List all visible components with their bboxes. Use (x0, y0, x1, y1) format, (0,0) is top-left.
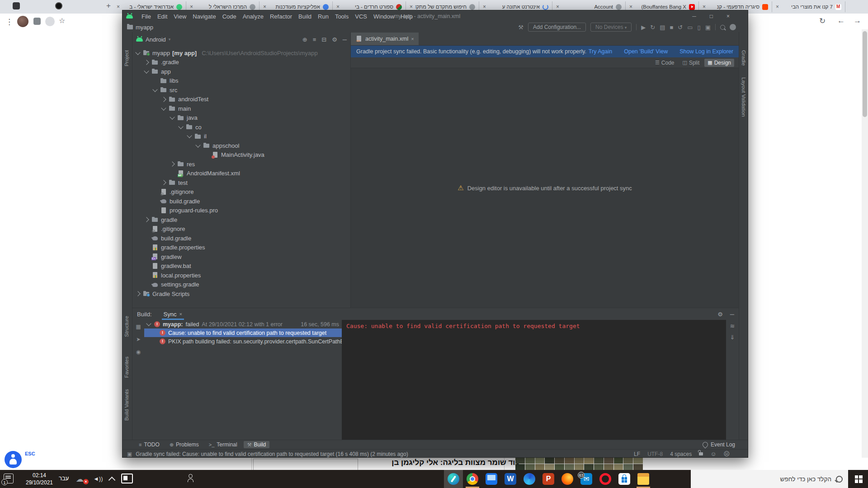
notification-center-icon[interactable]: 1 (4, 474, 14, 483)
line-ending[interactable]: LF (634, 451, 640, 457)
profiler-icon[interactable]: ▤ (660, 24, 665, 31)
taskbar-app-explorer[interactable] (634, 470, 653, 488)
mode-code[interactable]: ☰Code (652, 59, 678, 67)
menu-navigate[interactable]: Navigate (189, 13, 219, 20)
pinned-app-icon[interactable] (13, 2, 20, 9)
browser-profile-avatar[interactable] (17, 16, 28, 27)
tree-row[interactable]: .gitignore (132, 225, 350, 234)
people-icon[interactable] (188, 474, 198, 484)
tree-row[interactable]: gradle (132, 215, 350, 225)
language-indicator[interactable]: עבר (59, 475, 69, 482)
close-tab-icon[interactable]: × (190, 4, 193, 10)
tool-window-build-variants[interactable]: Build Variants (124, 389, 129, 421)
filter-icon[interactable]: ▦ (136, 324, 141, 330)
tree-row[interactable]: main (132, 104, 350, 113)
tree-row[interactable]: src (132, 85, 350, 95)
stop-icon[interactable]: ■ (670, 24, 673, 31)
chevron-down-icon[interactable] (187, 133, 192, 138)
close-tab-icon[interactable]: × (629, 4, 632, 10)
chevron-down-icon[interactable] (178, 124, 183, 129)
device-manager-icon[interactable]: ▭ (687, 24, 693, 31)
mode-split[interactable]: ◫Split (679, 59, 703, 67)
build-error-row[interactable]: !Cause: unable to find valid certificati… (144, 328, 342, 337)
taskbar-app-firefox[interactable] (558, 470, 577, 488)
editor-tab[interactable]: <> activity_main.xml × (351, 33, 419, 45)
window-layout-icon[interactable]: ▣ (127, 451, 132, 457)
build-summary-row[interactable]: !myapp:failedAt 29/10/2021 02:12 with 1 … (144, 320, 342, 328)
chevron-down-icon[interactable] (161, 105, 166, 110)
chevron-down-icon[interactable] (170, 115, 175, 120)
soft-wrap-icon[interactable]: ≋ (730, 323, 735, 329)
breadcrumb[interactable]: myapp (136, 24, 153, 31)
taskbar-search[interactable]: הקלד כאן כדי לחפש (691, 470, 848, 488)
tool-window-favorites[interactable]: Favorites (124, 357, 129, 378)
chevron-right-icon[interactable] (144, 217, 149, 222)
taskbar-app-opera[interactable] (596, 470, 615, 488)
tree-row[interactable]: build.gradle (132, 234, 350, 243)
tree-row[interactable]: MainActivity.java (132, 150, 350, 160)
tree-row[interactable]: .gitignore (132, 188, 350, 197)
chevron-down-icon[interactable] (152, 87, 157, 92)
accessibility-widget[interactable] (5, 451, 22, 468)
hide-icon[interactable]: ─ (343, 36, 347, 43)
tree-row[interactable]: .gradle (132, 58, 350, 67)
tree-row[interactable]: MFAndroidManifest.xml (132, 169, 350, 178)
indentation[interactable]: 4 spaces (670, 451, 692, 457)
chevron-right-icon[interactable] (135, 291, 140, 296)
tool-window-layout-validation[interactable]: Layout Validation (741, 77, 746, 117)
back-icon[interactable]: ← (837, 16, 845, 25)
browser-menu-icon[interactable]: ⋮ (5, 17, 13, 27)
toolbar-build[interactable]: ⚒Build (244, 441, 270, 448)
close-tab-icon[interactable]: × (703, 4, 706, 10)
record-tab-icon[interactable] (55, 2, 62, 9)
close-tab-icon[interactable]: × (117, 4, 120, 10)
close-button[interactable]: × (726, 13, 730, 19)
toolbar-terminal[interactable]: >_Terminal (205, 441, 241, 448)
search-everywhere-icon[interactable] (720, 25, 725, 30)
toolbar-todo[interactable]: ≡TODO (135, 441, 163, 448)
onedrive-icon[interactable]: ☁ (76, 474, 84, 484)
chevron-right-icon[interactable] (144, 60, 149, 65)
tree-row[interactable]: appschool (132, 141, 350, 150)
close-tab-icon[interactable]: × (776, 4, 779, 10)
apply-changes-icon[interactable]: ↻ (650, 24, 655, 31)
tool-window-project[interactable]: Project (124, 50, 129, 66)
hammer-icon[interactable]: ⚒ (518, 24, 524, 31)
lock-icon[interactable] (699, 452, 703, 455)
tree-row[interactable]: app (132, 67, 350, 76)
menu-run[interactable]: Run (315, 13, 332, 20)
menu-tools[interactable]: Tools (332, 13, 352, 20)
avd-manager-icon[interactable]: ▯ (698, 24, 701, 31)
banner-link-open-build-view[interactable]: Open 'Build' View (624, 48, 668, 55)
chevron-down-icon[interactable] (146, 321, 151, 326)
banner-link-show-log-in-explorer[interactable]: Show Log in Explorer (679, 48, 733, 55)
tree-row[interactable]: gradle.properties (132, 243, 350, 253)
sync-project-icon[interactable]: ↺ (678, 24, 683, 31)
tree-row[interactable]: java (132, 113, 350, 123)
mode-design[interactable]: ▦Design (704, 59, 734, 67)
tree-row[interactable]: local.properties (132, 271, 350, 280)
chevron-down-icon[interactable] (144, 68, 149, 73)
taskbar-app-chrome[interactable] (463, 470, 482, 488)
reload-icon[interactable]: ↻ (819, 16, 826, 26)
tool-window-structure[interactable]: Structure (124, 316, 129, 337)
maximize-button[interactable]: □ (710, 13, 713, 19)
toolbar-problems[interactable]: ⊕Problems (166, 441, 203, 448)
tree-row[interactable]: androidTest (132, 95, 350, 104)
taskbar-clock[interactable]: 02:14 29/10/2021 (22, 472, 57, 486)
menu-view[interactable]: View (170, 13, 189, 20)
taskbar-app-android-studio[interactable] (444, 470, 463, 488)
build-error-row[interactable]: !PKIX path building failed: sun.security… (144, 337, 342, 346)
scrollbar-thumb[interactable] (863, 31, 867, 117)
menu-analyze[interactable]: Analyze (240, 13, 267, 20)
menu-build[interactable]: Build (295, 13, 315, 20)
happy-face-icon[interactable]: ☺ (710, 450, 716, 457)
tree-row[interactable]: co (132, 122, 350, 132)
taskbar-app-mail[interactable]: ✉63 (577, 470, 596, 488)
sad-face-icon[interactable]: ☹ (723, 450, 730, 457)
chevron-down-icon[interactable] (195, 142, 200, 147)
forward-icon[interactable]: → (854, 16, 861, 25)
banner-link-try-again[interactable]: Try Again (589, 48, 612, 55)
taskbar-app-word[interactable]: W (501, 470, 520, 488)
project-view-selector[interactable]: Android (146, 36, 166, 43)
